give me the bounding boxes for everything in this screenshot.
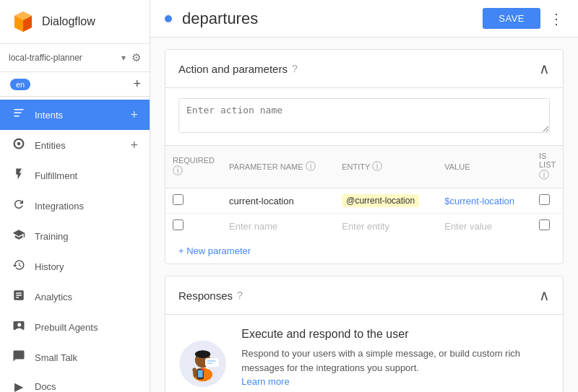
value-placeholder: Enter value	[444, 221, 492, 232]
svg-point-11	[195, 350, 211, 358]
required-cell-1	[165, 188, 222, 214]
entity-cell-2: Enter entity	[335, 214, 437, 239]
add-entity-icon[interactable]: +	[130, 138, 138, 153]
sidebar-item-intents[interactable]: Intents +	[0, 100, 150, 130]
responses-help-icon[interactable]: ?	[237, 289, 243, 301]
project-name: local-traffic-planner	[9, 53, 120, 63]
response-text-block: Execute and respond to the user Respond …	[241, 328, 550, 389]
is-list-cell-2	[532, 214, 563, 239]
add-language-icon[interactable]: +	[133, 77, 141, 92]
svg-rect-5	[14, 113, 22, 114]
action-collapse-icon[interactable]: ∧	[539, 60, 550, 77]
entities-icon	[12, 137, 26, 153]
prebuilt-agents-label: Prebuilt Agents	[35, 322, 138, 333]
sidebar: Dialogflow local-traffic-planner ▾ ⚙ en …	[0, 0, 150, 392]
svg-rect-16	[205, 358, 219, 367]
is-list-checkbox-1[interactable]	[539, 194, 550, 205]
intent-name: departures	[182, 9, 483, 28]
dialogflow-logo-icon	[12, 10, 35, 33]
svg-rect-4	[14, 109, 24, 110]
sidebar-item-history[interactable]: History	[0, 251, 150, 282]
app-name: Dialogflow	[42, 15, 95, 28]
required-help-icon[interactable]: ⓘ	[173, 165, 183, 176]
col-param-name: PARAMETER NAME ⓘ	[222, 146, 335, 188]
content-area: Action and parameters ? ∧ REQUIRED ⓘ	[150, 38, 578, 392]
responses-title: Responses ?	[178, 289, 243, 302]
response-body: Respond to your users with a simple mess…	[241, 347, 550, 389]
sidebar-item-entities[interactable]: Entities +	[0, 130, 150, 160]
sidebar-nav: Intents + Entities + Fulfillment Integra…	[0, 97, 150, 392]
parameters-table: REQUIRED ⓘ PARAMETER NAME ⓘ ENTITY ⓘ	[165, 146, 563, 238]
param-name-cell-2: Enter name	[222, 214, 335, 239]
required-cell-2	[165, 214, 222, 239]
top-bar: departures SAVE ⋮	[150, 0, 578, 38]
action-parameters-title: Action and parameters ?	[178, 63, 298, 75]
small-talk-icon	[12, 349, 26, 365]
table-row: Enter name Enter entity Enter value	[165, 214, 563, 239]
svg-rect-6	[14, 116, 20, 117]
intents-icon	[12, 107, 26, 123]
value-link-1[interactable]: $current-location	[444, 196, 514, 206]
learn-more-link[interactable]: Learn more	[241, 376, 289, 387]
is-list-cell-1	[532, 188, 563, 214]
entity-placeholder: Enter entity	[342, 221, 389, 232]
small-talk-label: Small Talk	[35, 352, 138, 363]
training-icon	[12, 228, 26, 244]
history-icon	[12, 258, 26, 274]
new-parameter-button[interactable]: + New parameter	[165, 238, 264, 263]
docs-chevron-icon: ▶	[12, 380, 26, 392]
project-selector[interactable]: local-traffic-planner ▾ ⚙	[0, 44, 150, 72]
more-options-icon[interactable]: ⋮	[549, 10, 564, 27]
svg-point-7	[17, 142, 21, 146]
sidebar-item-docs[interactable]: ▶ Docs	[0, 373, 150, 392]
col-is-list: IS LIST ⓘ	[532, 146, 563, 188]
intents-label: Intents	[35, 110, 130, 121]
add-intent-icon[interactable]: +	[130, 108, 138, 123]
entity-cell-1: @current-location	[335, 188, 437, 214]
response-illustration	[178, 328, 227, 392]
table-row: current-location @current-location $curr…	[165, 188, 563, 214]
col-value: VALUE	[437, 146, 532, 188]
entities-label: Entities	[35, 140, 130, 151]
sidebar-item-analytics[interactable]: Analytics	[0, 282, 150, 312]
responses-collapse-icon[interactable]: ∧	[539, 287, 550, 304]
docs-label: Docs	[35, 381, 138, 392]
action-input-area	[165, 88, 563, 146]
svg-rect-19	[207, 363, 213, 364]
analytics-icon	[12, 289, 26, 305]
sidebar-item-training[interactable]: Training	[0, 221, 150, 251]
settings-icon[interactable]: ⚙	[131, 51, 141, 64]
sidebar-item-fulfillment[interactable]: Fulfillment	[0, 160, 150, 191]
svg-point-15	[202, 367, 204, 370]
action-help-icon[interactable]: ?	[292, 63, 298, 74]
sidebar-item-small-talk[interactable]: Small Talk	[0, 342, 150, 373]
entity-chip-1[interactable]: @current-location	[342, 194, 419, 207]
required-checkbox-1[interactable]	[173, 194, 184, 205]
entity-help-icon[interactable]: ⓘ	[372, 160, 382, 172]
history-label: History	[35, 261, 138, 272]
value-cell-1: $current-location	[437, 188, 532, 214]
svg-rect-18	[207, 360, 216, 361]
analytics-label: Analytics	[35, 292, 138, 302]
main-content: departures SAVE ⋮ Action and parameters …	[150, 0, 578, 392]
is-list-help-icon[interactable]: ⓘ	[539, 169, 549, 180]
integrations-icon	[12, 198, 26, 214]
fulfillment-icon	[12, 167, 26, 183]
response-content: Execute and respond to the user Respond …	[165, 315, 563, 392]
language-row: en +	[0, 72, 150, 97]
param-name-placeholder: Enter name	[229, 221, 277, 232]
responses-section: Responses ? ∧	[165, 276, 564, 392]
sidebar-item-prebuilt-agents[interactable]: Prebuilt Agents	[0, 312, 150, 342]
required-checkbox-2[interactable]	[173, 219, 184, 230]
training-label: Training	[35, 231, 138, 242]
col-entity: ENTITY ⓘ	[335, 146, 437, 188]
language-badge[interactable]: en	[10, 79, 30, 90]
project-dropdown-icon[interactable]: ▾	[121, 53, 126, 63]
param-name-help-icon[interactable]: ⓘ	[306, 160, 316, 172]
value-cell-2: Enter value	[437, 214, 532, 239]
save-button[interactable]: SAVE	[483, 8, 540, 29]
is-list-checkbox-2[interactable]	[539, 219, 550, 230]
action-name-input[interactable]	[178, 98, 550, 133]
svg-rect-14	[198, 370, 203, 378]
sidebar-item-integrations[interactable]: Integrations	[0, 191, 150, 221]
